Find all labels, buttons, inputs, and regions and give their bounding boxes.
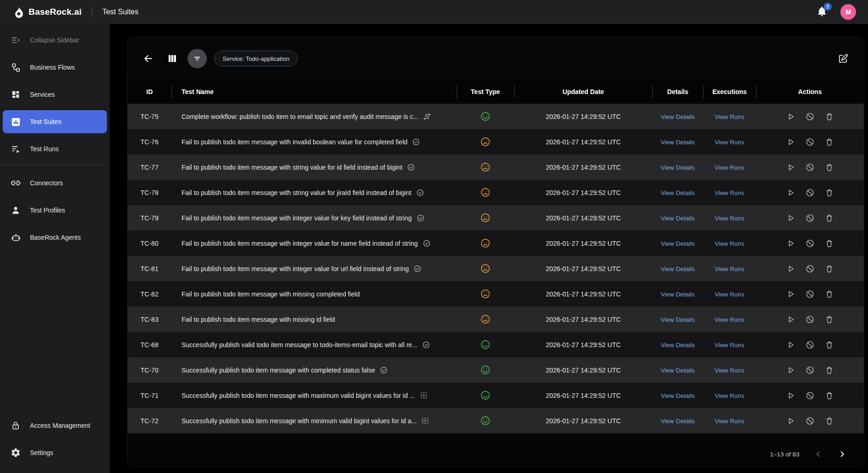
updated-date: 2026-01-27 14:29:52 UTC — [514, 341, 652, 349]
delete-test-button[interactable] — [824, 340, 834, 350]
block-test-button[interactable] — [805, 238, 815, 248]
view-runs-link[interactable]: View Runs — [715, 316, 744, 323]
block-test-button[interactable] — [805, 289, 815, 299]
delete-test-button[interactable] — [824, 137, 834, 147]
view-runs-link[interactable]: View Runs — [715, 392, 744, 399]
run-test-button[interactable] — [786, 213, 796, 223]
delete-test-button[interactable] — [824, 162, 834, 172]
run-test-button[interactable] — [786, 238, 796, 248]
block-test-button[interactable] — [805, 340, 815, 350]
column-header-executions: Executions — [703, 80, 756, 104]
delete-test-button[interactable] — [824, 365, 834, 375]
verified-icon — [422, 341, 430, 349]
sidebar-item-business-flows[interactable]: Business Flows — [3, 56, 107, 79]
filter-button[interactable] — [188, 49, 207, 68]
sidebar-item-baserock-agents[interactable]: BaseRock Agents — [3, 226, 107, 249]
avatar[interactable]: M — [840, 4, 856, 20]
verified-icon — [380, 366, 388, 374]
view-details-link[interactable]: View Details — [661, 367, 695, 374]
block-test-button[interactable] — [805, 390, 815, 401]
run-test-button[interactable] — [786, 289, 796, 299]
block-test-button[interactable] — [805, 188, 815, 198]
view-runs-link[interactable]: View Runs — [715, 113, 744, 120]
view-runs-link[interactable]: View Runs — [715, 342, 744, 349]
run-test-button[interactable] — [786, 416, 796, 426]
block-test-button[interactable] — [805, 365, 815, 375]
block-test-button[interactable] — [805, 264, 815, 274]
view-details-link[interactable]: View Details — [661, 342, 695, 349]
delete-test-button[interactable] — [824, 416, 834, 426]
delete-test-button[interactable] — [824, 314, 834, 325]
block-test-button[interactable] — [805, 416, 815, 426]
next-page-button[interactable] — [837, 449, 847, 459]
run-test-button[interactable] — [786, 390, 796, 401]
trash-icon — [825, 340, 834, 349]
edit-button[interactable] — [836, 52, 850, 65]
test-id: TC-79 — [128, 214, 171, 222]
view-runs-link[interactable]: View Runs — [715, 189, 744, 196]
updated-date: 2026-01-27 14:29:52 UTC — [514, 240, 652, 247]
view-runs-link[interactable]: View Runs — [715, 367, 744, 374]
previous-page-button[interactable] — [813, 449, 823, 459]
columns-button[interactable] — [165, 52, 179, 65]
view-details-link[interactable]: View Details — [661, 392, 695, 399]
sidebar-item-test-suites[interactable]: Test Suites — [3, 110, 107, 133]
ban-icon — [805, 137, 815, 147]
run-test-button[interactable] — [786, 340, 796, 350]
grid-icon — [421, 417, 429, 425]
sidebar-item-test-profiles[interactable]: Test Profiles — [3, 199, 107, 222]
view-details-link[interactable]: View Details — [661, 240, 695, 247]
sidebar-item-settings[interactable]: Settings — [3, 441, 107, 464]
delete-test-button[interactable] — [824, 238, 834, 248]
block-test-button[interactable] — [805, 213, 815, 223]
sidebar-item-connectors[interactable]: Connectors — [3, 171, 107, 195]
run-test-button[interactable] — [786, 314, 796, 325]
test-type-cell — [457, 339, 514, 350]
block-test-button[interactable] — [805, 162, 815, 172]
view-details-link[interactable]: View Details — [661, 189, 695, 196]
delete-test-button[interactable] — [824, 112, 834, 122]
collapse-sidebar-button[interactable]: Collapse Sidebar — [3, 29, 107, 52]
actions-cell — [756, 112, 864, 122]
delete-test-button[interactable] — [824, 289, 834, 299]
column-header-test-name: Test Name — [171, 80, 457, 104]
block-test-button[interactable] — [805, 137, 815, 147]
notifications-button[interactable]: 7 — [816, 6, 828, 18]
view-details-link[interactable]: View Details — [661, 316, 695, 323]
block-test-button[interactable] — [805, 112, 815, 122]
delete-test-button[interactable] — [824, 264, 834, 274]
view-details-link[interactable]: View Details — [661, 113, 695, 120]
play-icon — [786, 366, 795, 375]
sidebar-item-services[interactable]: Services — [3, 83, 107, 106]
delete-test-button[interactable] — [824, 390, 834, 401]
view-runs-link[interactable]: View Runs — [715, 240, 744, 247]
view-details-link[interactable]: View Details — [661, 139, 695, 146]
view-runs-link[interactable]: View Runs — [715, 139, 744, 146]
test-name: Fail to publish todo item message with s… — [182, 189, 411, 196]
view-runs-link[interactable]: View Runs — [715, 215, 744, 222]
run-test-button[interactable] — [786, 137, 796, 147]
run-test-button[interactable] — [786, 162, 796, 172]
view-runs-link[interactable]: View Runs — [715, 266, 744, 272]
service-filter-chip[interactable]: Service: Todo-application — [214, 51, 298, 66]
view-details-link[interactable]: View Details — [661, 418, 695, 425]
delete-test-button[interactable] — [824, 188, 834, 198]
block-test-button[interactable] — [805, 314, 815, 325]
sidebar-item-test-runs[interactable]: Test Runs — [3, 137, 107, 160]
test-name: Successfully publish valid todo item mes… — [182, 341, 417, 349]
run-test-button[interactable] — [786, 264, 796, 274]
view-details-link[interactable]: View Details — [661, 291, 695, 298]
sidebar-item-access-management[interactable]: Access Management — [3, 414, 107, 437]
view-runs-link[interactable]: View Runs — [715, 291, 744, 298]
view-runs-link[interactable]: View Runs — [715, 418, 744, 425]
run-test-button[interactable] — [786, 365, 796, 375]
view-details-link[interactable]: View Details — [661, 215, 695, 222]
run-test-button[interactable] — [786, 188, 796, 198]
sidebar-item-label: Test Suites — [30, 118, 61, 125]
view-runs-link[interactable]: View Runs — [715, 164, 744, 171]
view-details-link[interactable]: View Details — [661, 266, 695, 272]
view-details-link[interactable]: View Details — [661, 164, 695, 171]
back-button[interactable] — [141, 52, 155, 65]
delete-test-button[interactable] — [824, 213, 834, 223]
run-test-button[interactable] — [786, 112, 796, 122]
